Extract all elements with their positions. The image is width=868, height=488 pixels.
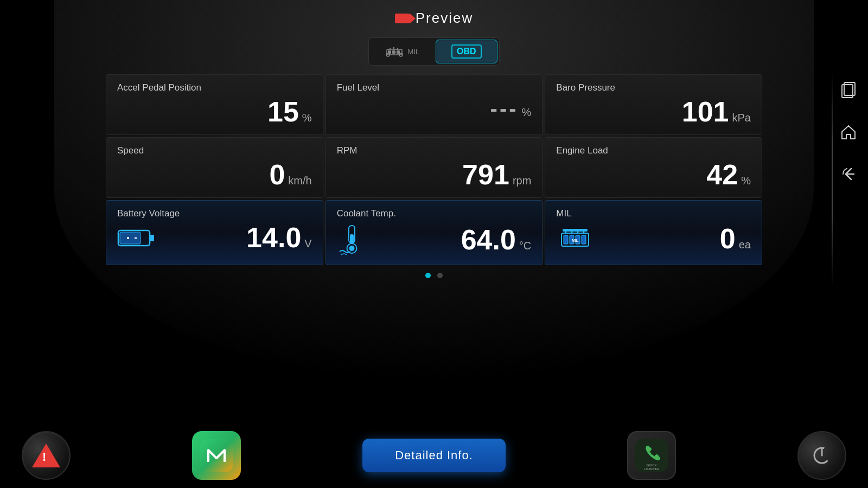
speed-unit: km/h: [288, 175, 311, 187]
mil-unit: ea: [739, 239, 751, 251]
detailed-info-button[interactable]: Detailed Info.: [362, 439, 506, 472]
copy-icon: [840, 81, 857, 99]
page-dots: [0, 273, 868, 278]
mil-icon: MIL: [556, 223, 594, 253]
battery-voltage-value-row: 14.0 V: [246, 223, 312, 252]
taskbar: Detailed Info. QUICK LAUNCHER: [0, 423, 868, 488]
back-button[interactable]: [840, 166, 857, 186]
accel-pedal-unit: %: [302, 112, 312, 124]
metrics-grid: Accel Pedal Position 15 % Fuel Level ---…: [68, 74, 800, 265]
phone-app-button[interactable]: QUICK LAUNCHER: [627, 431, 676, 480]
baro-pressure-value-row: 101 kPa: [556, 98, 751, 126]
accel-pedal-value-row: 15 %: [117, 98, 312, 126]
metric-card-speed: Speed 0 km/h: [106, 137, 323, 198]
svg-text:MIL: MIL: [572, 239, 579, 242]
mil-label: MIL: [556, 208, 751, 219]
battery-voltage-label: Battery Voltage: [117, 208, 312, 219]
coolant-temp-unit: °C: [519, 240, 531, 252]
map-app-icon: [200, 439, 233, 472]
battery-voltage-value: 14.0: [246, 223, 301, 252]
mil-row: MIL 0 ea: [556, 223, 751, 253]
preview-header: Preview: [0, 0, 868, 33]
camera-icon: [395, 14, 410, 23]
obd-tab-label: OBD: [451, 44, 482, 59]
rpm-value: 791: [462, 160, 509, 189]
mil-tab-icon: [386, 45, 403, 58]
svg-text:LAUNCHER: LAUNCHER: [644, 467, 659, 471]
fuel-level-unit: %: [522, 106, 532, 119]
svg-rect-3: [397, 50, 400, 54]
battery-icon: [117, 224, 155, 251]
main-content: Preview MIL OBD: [0, 0, 868, 488]
metric-card-mil: MIL MIL: [545, 200, 762, 265]
power-button[interactable]: [797, 431, 846, 480]
rpm-unit: rpm: [513, 175, 531, 187]
baro-pressure-label: Baro Pressure: [556, 82, 751, 93]
battery-voltage-row: 14.0 V: [117, 223, 312, 252]
page-dot-2[interactable]: [437, 273, 443, 278]
svg-point-19: [349, 246, 354, 251]
warning-button[interactable]: [22, 431, 71, 480]
warning-triangle-icon: [32, 444, 60, 467]
accel-pedal-value: 15: [267, 98, 299, 126]
tab-container: MIL OBD: [368, 37, 499, 66]
coolant-temp-row: 64.0 °C: [337, 223, 532, 256]
rpm-label: RPM: [337, 145, 532, 156]
vertical-separator: [832, 70, 833, 287]
metric-card-baro-pressure: Baro Pressure 101 kPa: [545, 74, 762, 135]
svg-rect-11: [120, 232, 141, 244]
mil-tab-label: MIL: [407, 48, 419, 56]
svg-rect-17: [350, 234, 354, 243]
engine-load-label: Engine Load: [556, 145, 751, 156]
fuel-level-value-row: --- %: [337, 98, 532, 119]
baro-pressure-unit: kPa: [732, 112, 751, 124]
engine-load-value: 42: [706, 160, 738, 189]
svg-rect-31: [200, 439, 233, 472]
metric-card-accel-pedal: Accel Pedal Position 15 %: [106, 74, 323, 135]
preview-title: Preview: [416, 10, 473, 27]
right-side-buttons: [840, 81, 857, 186]
back-icon: [840, 166, 857, 182]
svg-rect-21: [564, 235, 568, 244]
svg-text:QUICK: QUICK: [646, 464, 656, 467]
speed-value: 0: [269, 160, 285, 189]
mil-value: 0: [720, 224, 736, 253]
metric-card-fuel-level: Fuel Level --- %: [326, 74, 543, 135]
tab-obd[interactable]: OBD: [436, 40, 497, 63]
baro-pressure-value: 101: [682, 98, 729, 126]
metric-card-coolant-temp: Coolant Temp. 64.0 °C: [326, 200, 543, 265]
coolant-icon: [337, 223, 367, 256]
map-app-button[interactable]: [192, 431, 241, 480]
engine-load-unit: %: [741, 175, 751, 187]
mil-value-row: 0 ea: [720, 224, 751, 253]
svg-rect-24: [582, 235, 586, 244]
metric-card-rpm: RPM 791 rpm: [326, 137, 543, 198]
power-icon: [810, 444, 834, 467]
svg-rect-29: [563, 229, 588, 232]
svg-rect-10: [150, 235, 154, 241]
coolant-temp-value-row: 64.0 °C: [461, 226, 532, 254]
home-button[interactable]: [840, 124, 857, 144]
page-dot-1[interactable]: [425, 273, 431, 278]
engine-load-value-row: 42 %: [556, 160, 751, 189]
svg-rect-2: [392, 50, 395, 54]
metric-card-battery-voltage: Battery Voltage 14.0: [106, 200, 323, 265]
fuel-level-value: ---: [490, 98, 519, 119]
accel-pedal-label: Accel Pedal Position: [117, 82, 312, 93]
phone-app-icon: QUICK LAUNCHER: [635, 439, 668, 472]
speed-label: Speed: [117, 145, 312, 156]
tab-bar: MIL OBD: [0, 37, 868, 66]
fuel-level-label: Fuel Level: [337, 82, 532, 93]
speed-value-row: 0 km/h: [117, 160, 312, 189]
rpm-value-row: 791 rpm: [337, 160, 532, 189]
tab-mil[interactable]: MIL: [371, 40, 435, 63]
home-icon: [840, 124, 857, 140]
metric-card-engine-load: Engine Load 42 %: [545, 137, 762, 198]
coolant-temp-value: 64.0: [461, 226, 516, 254]
coolant-temp-label: Coolant Temp.: [337, 208, 532, 219]
battery-voltage-unit: V: [304, 237, 311, 250]
copy-button[interactable]: [840, 81, 857, 102]
